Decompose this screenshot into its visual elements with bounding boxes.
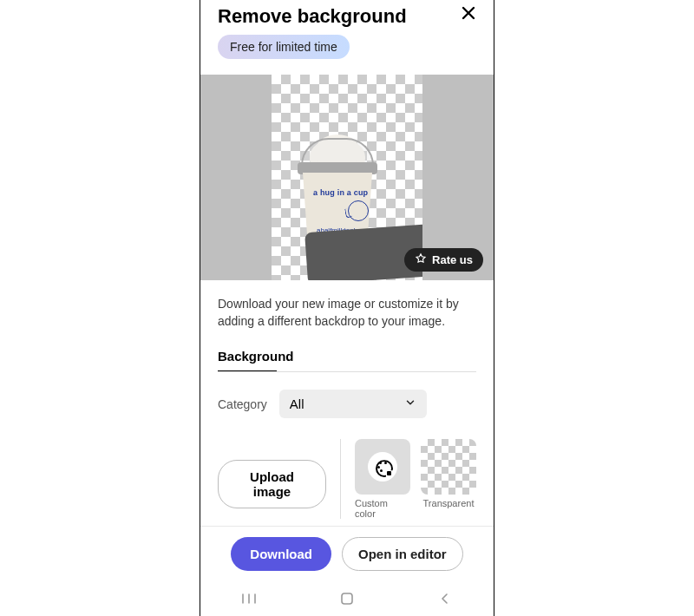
tab-background[interactable]: Background xyxy=(218,349,294,370)
subject-cup: a hug in a cup ahalfmilkteah น้ำตาลน้ำผึ… xyxy=(294,133,381,280)
nav-home-icon[interactable] xyxy=(337,589,357,608)
category-label: Category xyxy=(218,397,267,411)
nav-recents-icon[interactable] xyxy=(239,589,259,608)
category-row: Category All xyxy=(218,390,476,418)
footer-actions: Download Open in editor xyxy=(200,526,494,581)
open-in-editor-button[interactable]: Open in editor xyxy=(342,537,463,571)
cup-label-mid: ahalfmilkteah xyxy=(317,226,357,234)
download-button[interactable]: Download xyxy=(231,537,331,571)
option-custom-color[interactable]: Custom color xyxy=(355,439,410,519)
transparent-swatch xyxy=(421,439,476,495)
chevron-down-icon xyxy=(404,396,416,411)
content: Download your new image or customize it … xyxy=(200,280,494,526)
category-value: All xyxy=(290,396,304,411)
android-navbar xyxy=(200,581,494,616)
description-text: Download your new image or customize it … xyxy=(218,296,476,330)
rate-us-button[interactable]: Rate us xyxy=(404,248,483,272)
tabs: Background xyxy=(218,349,476,372)
close-icon[interactable] xyxy=(461,5,476,25)
header: Remove background Free for limited time xyxy=(200,0,494,62)
custom-color-swatch xyxy=(355,439,410,495)
svg-rect-0 xyxy=(342,593,352,604)
preview-area: a hug in a cup ahalfmilkteah น้ำตาลน้ำผึ… xyxy=(200,75,494,280)
tab-rule xyxy=(218,371,476,372)
star-icon xyxy=(415,252,427,267)
page-title: Remove background xyxy=(218,5,476,28)
cup-label-bottom: น้ำตาลน้ำผึ้ง xyxy=(315,253,350,265)
upload-image-button[interactable]: Upload image xyxy=(218,460,326,508)
transparent-label: Transparent xyxy=(423,498,475,508)
custom-color-label: Custom color xyxy=(355,498,410,519)
option-transparent[interactable]: Transparent xyxy=(421,439,476,508)
rate-us-label: Rate us xyxy=(432,253,473,266)
result-image: a hug in a cup ahalfmilkteah น้ำตาลน้ำผึ… xyxy=(272,75,422,280)
background-options: Upload image Custom color Transparent xyxy=(218,439,476,519)
category-select[interactable]: All xyxy=(279,390,427,418)
palette-icon xyxy=(368,452,397,482)
nav-back-icon[interactable] xyxy=(435,589,455,608)
cup-label-top: a hug in a cup xyxy=(313,188,372,197)
options-divider xyxy=(340,439,341,519)
promo-badge: Free for limited time xyxy=(218,35,350,59)
app-panel: Remove background Free for limited time … xyxy=(200,0,494,616)
